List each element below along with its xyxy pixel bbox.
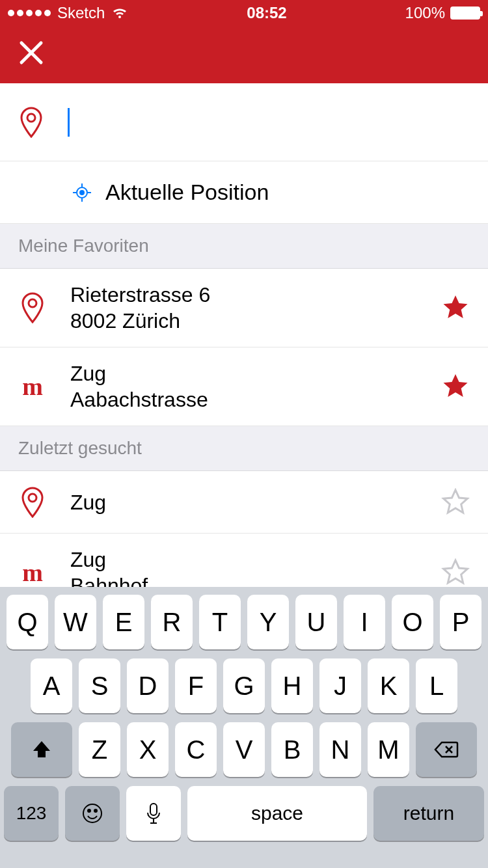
recent-line1: Zug xyxy=(70,491,106,514)
favorite-line2: 8002 Zürich xyxy=(70,308,418,334)
battery-percent: 100% xyxy=(405,4,445,22)
search-input[interactable] xyxy=(70,106,470,139)
mic-icon xyxy=(146,802,161,824)
favorite-row[interactable]: Rieterstrasse 6 8002 Zürich xyxy=(0,269,488,347)
key-c[interactable]: C xyxy=(175,722,217,777)
emoji-icon xyxy=(81,802,103,824)
star-filled-icon[interactable] xyxy=(441,372,470,401)
favorite-line2: Aabachstrasse xyxy=(70,387,418,413)
favorite-line1: Zug xyxy=(70,362,106,385)
star-outline-icon[interactable] xyxy=(441,558,470,587)
key-j[interactable]: J xyxy=(319,658,361,713)
key-s[interactable]: S xyxy=(79,658,120,713)
key-m[interactable]: M xyxy=(368,722,409,777)
key-d[interactable]: D xyxy=(127,658,169,713)
key-v[interactable]: V xyxy=(223,722,265,777)
svg-point-2 xyxy=(27,114,35,122)
key-k[interactable]: K xyxy=(368,658,409,713)
current-position-row[interactable]: Aktuelle Position xyxy=(0,161,488,224)
close-button[interactable] xyxy=(18,37,44,73)
favorites-header: Meine Favoriten xyxy=(0,224,488,269)
recent-header: Zuletzt gesucht xyxy=(0,426,488,471)
key-p[interactable]: P xyxy=(440,595,481,649)
key-h[interactable]: H xyxy=(271,658,313,713)
key-b[interactable]: B xyxy=(271,722,313,777)
shift-key[interactable] xyxy=(11,722,72,777)
status-right: 100% xyxy=(405,4,480,22)
favorite-text: Rieterstrasse 6 8002 Zürich xyxy=(70,282,418,334)
key-i[interactable]: I xyxy=(344,595,385,649)
key-f[interactable]: F xyxy=(175,658,217,713)
key-a[interactable]: A xyxy=(31,658,72,713)
keyboard-row-4: 123 space return xyxy=(4,786,484,841)
recent-line1: Zug xyxy=(70,548,106,571)
key-r[interactable]: R xyxy=(151,595,193,649)
close-icon xyxy=(18,40,44,66)
location-pin-icon xyxy=(18,487,47,518)
keyboard-row-2: A S D F G H J K L xyxy=(4,658,484,713)
key-e[interactable]: E xyxy=(103,595,144,649)
svg-rect-16 xyxy=(150,804,157,815)
location-pin-icon xyxy=(18,292,47,323)
favorite-row[interactable]: m Zug Aabachstrasse xyxy=(0,347,488,426)
current-position-label: Aktuelle Position xyxy=(105,180,269,205)
crosshair-icon xyxy=(73,183,91,202)
svg-point-15 xyxy=(94,809,97,812)
key-g[interactable]: G xyxy=(223,658,265,713)
signal-dots-icon xyxy=(8,10,51,16)
key-n[interactable]: N xyxy=(319,722,361,777)
return-key[interactable]: return xyxy=(373,786,484,841)
svg-point-14 xyxy=(88,809,90,812)
svg-point-13 xyxy=(83,804,102,822)
emoji-key[interactable] xyxy=(65,786,120,841)
svg-point-4 xyxy=(80,191,84,195)
status-left: Sketch xyxy=(8,4,128,22)
nav-bar xyxy=(0,26,488,83)
mic-key[interactable] xyxy=(126,786,181,841)
wifi-icon xyxy=(111,7,128,20)
keyboard-row-1: Q W E R T Y U I O P xyxy=(4,595,484,649)
backspace-icon xyxy=(434,740,459,759)
star-filled-icon[interactable] xyxy=(441,293,470,322)
numbers-key[interactable]: 123 xyxy=(4,786,59,841)
key-u[interactable]: U xyxy=(295,595,337,649)
keyboard-row-3: Z X C V B N M xyxy=(4,722,484,777)
keyboard: Q W E R T Y U I O P A S D F G H J K L Z … xyxy=(0,587,488,868)
key-t[interactable]: T xyxy=(199,595,241,649)
key-o[interactable]: O xyxy=(392,595,433,649)
star-outline-icon[interactable] xyxy=(441,488,470,517)
backspace-key[interactable] xyxy=(416,722,477,777)
recent-text: Zug xyxy=(70,489,418,515)
m-icon: m xyxy=(18,558,47,587)
key-l[interactable]: L xyxy=(416,658,457,713)
battery-icon xyxy=(450,7,480,20)
clock: 08:52 xyxy=(247,4,286,22)
carrier-label: Sketch xyxy=(57,4,105,22)
svg-point-9 xyxy=(29,299,36,307)
search-row xyxy=(0,83,488,161)
recent-row[interactable]: Zug xyxy=(0,471,488,534)
key-z[interactable]: Z xyxy=(79,722,120,777)
key-w[interactable]: W xyxy=(55,595,96,649)
space-key[interactable]: space xyxy=(187,786,367,841)
m-icon: m xyxy=(18,372,47,401)
status-bar: Sketch 08:52 100% xyxy=(0,0,488,26)
location-pin-icon xyxy=(18,107,44,138)
key-x[interactable]: X xyxy=(127,722,169,777)
shift-icon xyxy=(31,739,52,760)
favorite-line1: Rieterstrasse 6 xyxy=(70,283,210,306)
favorite-text: Zug Aabachstrasse xyxy=(70,360,418,413)
key-q[interactable]: Q xyxy=(7,595,48,649)
svg-point-10 xyxy=(29,494,36,502)
key-y[interactable]: Y xyxy=(247,595,289,649)
